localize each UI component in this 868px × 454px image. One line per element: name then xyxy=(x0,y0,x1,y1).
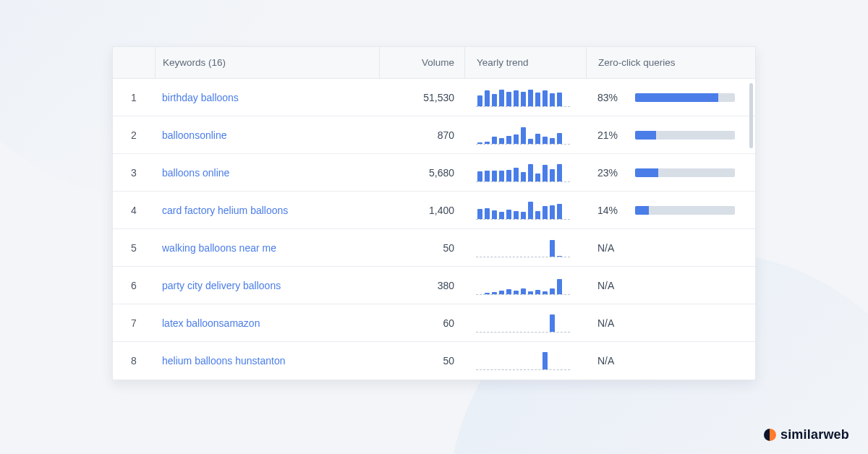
zero-click-wrap: 21% xyxy=(597,129,735,141)
spark-bar xyxy=(535,93,540,106)
zero-click-cell: N/A xyxy=(586,355,749,367)
spark-bar xyxy=(521,212,526,219)
spark-bar xyxy=(514,168,519,181)
keyword-cell: latex balloonsamazon xyxy=(155,317,379,329)
rank-cell: 3 xyxy=(113,167,155,179)
zero-click-wrap: N/A xyxy=(597,280,614,291)
spark-bar xyxy=(557,164,562,181)
spark-bar xyxy=(542,352,548,369)
keyword-link[interactable]: balloons online xyxy=(162,167,229,179)
zero-click-cell: N/A xyxy=(586,280,749,291)
trend-sparkline xyxy=(476,88,570,107)
trend-sparkline xyxy=(476,126,570,145)
keyword-link[interactable]: walking balloons near me xyxy=(162,242,276,254)
keyword-link[interactable]: party city delivery balloons xyxy=(162,280,281,291)
rank-cell: 1 xyxy=(113,92,155,103)
spark-bar xyxy=(528,202,533,219)
volume-cell: 51,530 xyxy=(379,92,464,103)
spark-bar xyxy=(521,92,526,106)
trend-sparkline xyxy=(476,351,570,370)
spark-bar xyxy=(550,205,555,219)
spark-bar xyxy=(514,211,519,219)
zero-click-wrap: N/A xyxy=(597,317,614,329)
spark-bar xyxy=(492,171,497,181)
zero-click-wrap: 23% xyxy=(597,167,735,179)
zero-click-cell: 23% xyxy=(586,167,749,179)
keyword-link[interactable]: latex balloonsamazon xyxy=(162,317,260,329)
keyword-cell: balloons online xyxy=(155,167,379,179)
volume-cell: 870 xyxy=(379,129,464,141)
spark-bar xyxy=(506,289,511,294)
column-header-zero-click[interactable]: Zero-click queries xyxy=(586,47,749,78)
spark-bar xyxy=(514,134,519,144)
zero-click-bar xyxy=(635,168,735,177)
zero-click-percent: 21% xyxy=(597,129,626,141)
column-header-yearly-trend[interactable]: Yearly trend xyxy=(464,47,586,78)
zero-click-wrap: N/A xyxy=(597,355,614,367)
zero-click-wrap: N/A xyxy=(597,242,614,254)
zero-click-na: N/A xyxy=(597,355,614,367)
spark-bar xyxy=(499,212,504,219)
trend-sparkline xyxy=(476,163,570,182)
spark-bar xyxy=(528,291,533,294)
table-row: 7latex balloonsamazon60N/A xyxy=(113,304,755,342)
similarweb-logo-icon xyxy=(764,429,776,441)
column-header-spacer xyxy=(749,47,755,78)
zero-click-bar-fill xyxy=(635,206,649,215)
vertical-scrollbar[interactable] xyxy=(749,83,753,375)
table-row: 6party city delivery balloons380N/A xyxy=(113,267,755,304)
spark-bar xyxy=(557,279,562,294)
volume-cell: 380 xyxy=(379,280,464,291)
table-row: 4card factory helium balloons1,40014% xyxy=(113,192,755,229)
keyword-cell: balloonsonline xyxy=(155,129,379,141)
spark-bar xyxy=(485,293,490,294)
spark-bar xyxy=(521,288,526,294)
keyword-cell: birthday balloons xyxy=(155,92,379,103)
spark-bar xyxy=(542,165,548,181)
keyword-link[interactable]: helium balloons hunstanton xyxy=(162,355,285,367)
keyword-link[interactable]: birthday balloons xyxy=(162,92,239,103)
trend-sparkline xyxy=(476,201,570,220)
column-header-keywords[interactable]: Keywords (16) xyxy=(155,47,379,78)
spark-bar xyxy=(499,138,504,144)
trend-cell xyxy=(464,314,586,333)
zero-click-percent: 83% xyxy=(597,92,626,103)
spark-bar xyxy=(506,210,511,219)
spark-bar xyxy=(528,90,533,106)
scrollbar-thumb[interactable] xyxy=(749,83,753,148)
column-header-rank xyxy=(113,47,155,78)
spark-bar xyxy=(521,172,526,181)
spark-bar xyxy=(550,240,555,257)
keyword-link[interactable]: card factory helium balloons xyxy=(162,205,288,216)
zero-click-bar-fill xyxy=(635,131,656,140)
spark-bar xyxy=(550,138,555,144)
column-header-label: Volume xyxy=(422,57,454,68)
table-row: 2balloonsonline87021% xyxy=(113,116,755,154)
zero-click-bar-fill xyxy=(635,168,658,177)
trend-cell xyxy=(464,126,586,145)
volume-cell: 5,680 xyxy=(379,167,464,179)
zero-click-percent: 14% xyxy=(597,205,626,216)
table-header: Keywords (16) Volume Yearly trend Zero-c… xyxy=(113,47,755,79)
zero-click-cell: N/A xyxy=(586,317,749,329)
spark-bar xyxy=(499,291,504,294)
spark-bar xyxy=(535,211,540,219)
spark-bar xyxy=(492,94,497,106)
rank-cell: 5 xyxy=(113,242,155,254)
rank-cell: 4 xyxy=(113,205,155,216)
trend-sparkline xyxy=(476,239,570,257)
zero-click-bar xyxy=(635,93,735,102)
spark-bar xyxy=(550,93,555,106)
rank-cell: 6 xyxy=(113,280,155,291)
keyword-cell: card factory helium balloons xyxy=(155,205,379,216)
zero-click-cell: 83% xyxy=(586,92,749,103)
trend-sparkline xyxy=(476,276,570,295)
table-body: 1birthday balloons51,53083%2balloonsonli… xyxy=(113,79,755,380)
spark-bar xyxy=(506,92,511,106)
zero-click-percent: 23% xyxy=(597,167,626,179)
trend-cell xyxy=(464,239,586,257)
column-header-label: Yearly trend xyxy=(477,57,529,68)
volume-cell: 50 xyxy=(379,242,464,254)
column-header-volume[interactable]: Volume xyxy=(379,47,464,78)
keyword-link[interactable]: balloonsonline xyxy=(162,129,227,141)
